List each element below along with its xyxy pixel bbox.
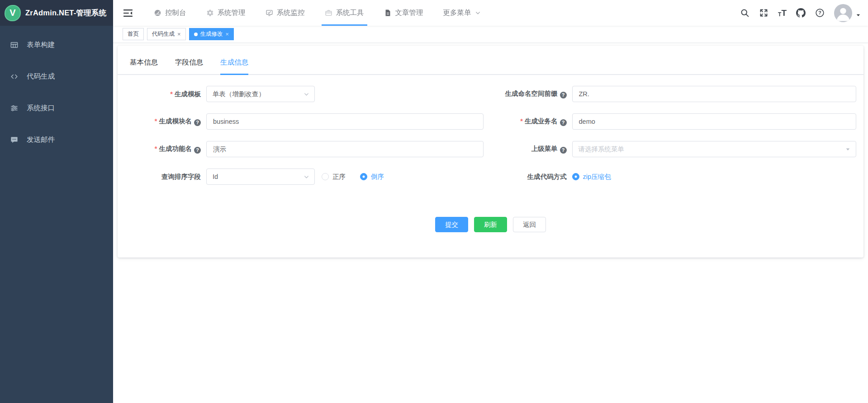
sidebar-item-api[interactable]: 系统接口 xyxy=(0,95,113,121)
sidebar-item-code-gen[interactable]: 代码生成 xyxy=(0,64,113,89)
help-circle-icon[interactable]: ? xyxy=(560,119,567,126)
form-actions: 提交 刷新 返回 xyxy=(118,196,863,258)
toolbox-icon xyxy=(325,9,332,17)
chevron-down-icon xyxy=(475,10,481,16)
sidebar-item-label: 系统接口 xyxy=(27,103,55,113)
user-menu[interactable] xyxy=(834,4,861,22)
monitor-icon xyxy=(266,9,273,17)
close-icon[interactable]: × xyxy=(226,31,229,37)
chevron-down-icon xyxy=(304,91,309,97)
nav-item-label: 系统监控 xyxy=(277,8,305,18)
article-icon xyxy=(384,9,392,17)
sort-field-select[interactable]: Id xyxy=(206,169,315,185)
field-label: 查询排序字段 xyxy=(118,173,206,181)
nav-item-more-menu[interactable]: 更多菜单 xyxy=(440,0,484,26)
field-label: 生成命名空间前缀? xyxy=(491,89,572,98)
sidebar: V ZrAdmin.NET-管理系统 表单构建 代码生成 系统接口 xyxy=(0,0,113,403)
selected-value: 单表（增删改查） xyxy=(213,90,265,98)
gear-icon xyxy=(206,9,214,17)
radio-circle-icon xyxy=(572,173,579,180)
help-circle-icon[interactable]: ? xyxy=(194,119,201,126)
sidebar-fold-icon[interactable] xyxy=(123,9,133,18)
select-placeholder: 请选择系统菜单 xyxy=(579,145,625,154)
namespace-input[interactable] xyxy=(572,86,857,102)
mail-icon xyxy=(10,136,19,144)
radio-gen-zip[interactable]: zip压缩包 xyxy=(572,173,611,181)
field-label: *生成模板 xyxy=(118,90,206,98)
help-icon[interactable]: ? xyxy=(815,8,825,18)
nav-item-system-tools[interactable]: 系统工具 xyxy=(322,0,367,26)
field-label: *生成业务名? xyxy=(491,117,572,126)
help-circle-icon[interactable]: ? xyxy=(560,92,567,98)
font-size-icon[interactable]: TT xyxy=(778,9,787,17)
nav-item-system-monitor[interactable]: 系统监控 xyxy=(262,0,308,26)
nav-item-article-manage[interactable]: 文章管理 xyxy=(381,0,427,26)
fullscreen-icon[interactable] xyxy=(759,8,768,18)
nav-item-label: 系统工具 xyxy=(336,8,364,18)
tag-gen-edit[interactable]: 生成修改 × xyxy=(189,28,234,40)
svg-text:?: ? xyxy=(818,10,821,15)
radio-circle-icon xyxy=(322,173,329,180)
required-asterisk: * xyxy=(155,145,157,152)
caret-down-icon xyxy=(845,146,851,152)
tag-home[interactable]: 首页 xyxy=(123,28,144,40)
chevron-down-icon xyxy=(304,174,309,180)
nav-item-dashboard[interactable]: 控制台 xyxy=(151,0,190,26)
brand-logo[interactable]: V ZrAdmin.NET-管理系统 xyxy=(0,0,113,26)
sidebar-item-label: 发送邮件 xyxy=(27,135,55,145)
form-item-gen-type: 生成代码方式 zip压缩包 xyxy=(491,169,864,185)
form-item-sort-field: 查询排序字段 Id 正序 倒序 xyxy=(118,169,491,185)
form-item-namespace: 生成命名空间前缀? xyxy=(491,86,864,102)
github-icon[interactable] xyxy=(796,8,806,18)
tags-view: 首页 代码生成 × 生成修改 × xyxy=(113,26,868,43)
code-icon xyxy=(10,72,19,81)
api-icon xyxy=(10,104,19,112)
tag-label: 生成修改 xyxy=(200,30,223,38)
back-button[interactable]: 返回 xyxy=(513,217,546,232)
sidebar-item-send-mail[interactable]: 发送邮件 xyxy=(0,127,113,152)
top-header: 控制台 系统管理 系统监控 系统工具 文章管理 更多菜单 xyxy=(113,0,868,26)
top-nav: 控制台 系统管理 系统监控 系统工具 文章管理 更多菜单 xyxy=(144,0,491,26)
selected-value: Id xyxy=(213,173,218,180)
business-name-input[interactable] xyxy=(572,113,857,130)
sidebar-menu: 表单构建 代码生成 系统接口 发送邮件 xyxy=(0,26,113,152)
form-item-business: *生成业务名? xyxy=(491,113,864,130)
nav-item-system-manage[interactable]: 系统管理 xyxy=(203,0,249,26)
field-label: 生成代码方式 xyxy=(491,173,572,181)
active-dot xyxy=(194,33,198,36)
caret-down-icon xyxy=(856,13,861,18)
tab-field-info[interactable]: 字段信息 xyxy=(175,58,203,74)
required-asterisk: * xyxy=(170,90,173,98)
content-card: 基本信息 字段信息 生成信息 *生成模板 单表（增删改查） xyxy=(118,46,863,258)
sidebar-item-label: 表单构建 xyxy=(27,40,55,50)
help-circle-icon[interactable]: ? xyxy=(560,147,567,154)
form-tabs: 基本信息 字段信息 生成信息 xyxy=(118,46,863,75)
brand-title: ZrAdmin.NET-管理系统 xyxy=(25,8,106,18)
close-icon[interactable]: × xyxy=(177,31,181,37)
module-name-input[interactable] xyxy=(206,113,484,130)
function-name-input[interactable] xyxy=(206,141,484,157)
sidebar-item-label: 代码生成 xyxy=(27,72,55,81)
help-circle-icon[interactable]: ? xyxy=(194,147,201,154)
logo-letter: V xyxy=(9,8,15,18)
field-label: *生成功能名? xyxy=(118,145,206,154)
tab-basic-info[interactable]: 基本信息 xyxy=(130,58,158,74)
logo-icon: V xyxy=(5,5,21,21)
radio-sort-asc[interactable]: 正序 xyxy=(322,173,346,181)
nav-item-label: 控制台 xyxy=(165,8,186,18)
form-item-parent-menu: 上级菜单? 请选择系统菜单 xyxy=(491,141,864,157)
required-asterisk: * xyxy=(155,117,157,125)
submit-button[interactable]: 提交 xyxy=(435,217,468,232)
refresh-button[interactable]: 刷新 xyxy=(474,217,507,232)
radio-sort-desc[interactable]: 倒序 xyxy=(360,173,384,181)
gen-info-form: *生成模板 单表（增删改查） 生成命名空间前缀? xyxy=(118,75,863,196)
template-select[interactable]: 单表（增删改查） xyxy=(206,86,315,102)
tag-label: 代码生成 xyxy=(152,30,175,38)
required-asterisk: * xyxy=(520,117,523,125)
search-icon[interactable] xyxy=(740,8,749,18)
tag-code-gen[interactable]: 代码生成 × xyxy=(147,28,186,40)
sidebar-item-form-build[interactable]: 表单构建 xyxy=(0,32,113,57)
parent-menu-select[interactable]: 请选择系统菜单 xyxy=(572,141,857,157)
tab-gen-info[interactable]: 生成信息 xyxy=(220,58,248,74)
field-label: *生成模块名? xyxy=(118,117,206,126)
